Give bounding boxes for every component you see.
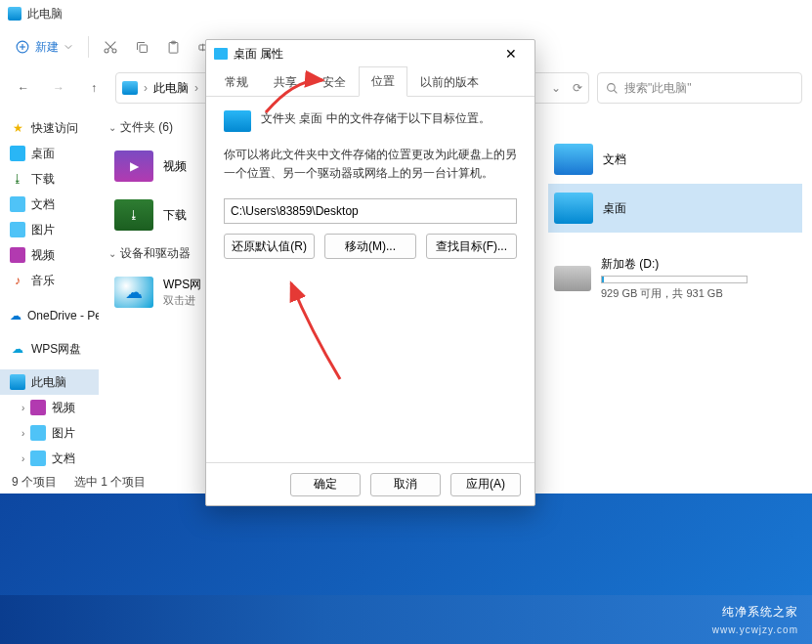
dialog-titlebar[interactable]: 桌面 属性 ✕ [206, 40, 534, 67]
chevron-right-icon: › [194, 81, 198, 95]
find-target-button[interactable]: 查找目标(F)... [426, 234, 517, 259]
refresh-icon[interactable]: ⟳ [573, 81, 582, 95]
close-button[interactable]: ✕ [495, 42, 527, 65]
tab-security[interactable]: 安全 [310, 67, 359, 97]
search-icon [606, 82, 619, 95]
search-box[interactable]: 搜索"此电脑" [597, 72, 802, 104]
chevron-down-icon: ⌄ [108, 122, 116, 133]
watermark: 纯净系统之家 www.ycwjzy.com [712, 604, 798, 636]
taskbar: 纯净系统之家 www.ycwjzy.com [0, 595, 812, 644]
desktop-icon [10, 146, 25, 161]
desktop-background [0, 494, 812, 595]
tab-previous[interactable]: 以前的版本 [407, 67, 491, 97]
pc-icon [122, 81, 138, 95]
sidebar-item-pictures[interactable]: 图片 [0, 217, 99, 242]
sidebar-quick-access[interactable]: ★快速访问 [0, 115, 99, 141]
cut-icon[interactable] [97, 33, 124, 61]
move-button[interactable]: 移动(M)... [324, 234, 415, 259]
status-selected: 选中 1 个项目 [74, 474, 146, 491]
path-input[interactable] [224, 198, 517, 224]
separator [88, 36, 89, 58]
sidebar-item-videos[interactable]: 视频 [0, 242, 99, 268]
breadcrumb-root[interactable]: 此电脑 [153, 80, 189, 97]
copy-icon[interactable] [128, 33, 155, 61]
chevron-down-icon [64, 43, 72, 51]
picture-icon [30, 425, 46, 441]
svg-point-9 [608, 83, 616, 91]
video-icon [30, 400, 46, 415]
chevron-right-icon: › [21, 453, 24, 464]
dialog-title: 桌面 属性 [234, 46, 283, 63]
properties-dialog: 桌面 属性 ✕ 常规 共享 安全 位置 以前的版本 文件夹 桌面 中的文件存储于… [205, 39, 535, 506]
nav-back[interactable]: ← [10, 74, 37, 102]
video-icon [10, 247, 25, 263]
tab-location[interactable]: 位置 [359, 66, 407, 97]
sidebar-onedrive[interactable]: ☁OneDrive - Pers [0, 303, 99, 328]
dialog-line1: 文件夹 桌面 中的文件存储于以下目标位置。 [261, 110, 491, 127]
paste-icon[interactable] [159, 33, 187, 61]
svg-rect-5 [140, 45, 148, 53]
sidebar-pc-pictures[interactable]: ›图片 [0, 420, 99, 446]
chevron-down-icon[interactable]: ⌄ [551, 81, 561, 95]
sidebar-item-downloads[interactable]: ⭳下载 [0, 166, 99, 192]
sidebar-item-desktop[interactable]: 桌面 [0, 141, 99, 166]
folder-documents[interactable]: 文档 [548, 135, 802, 184]
search-placeholder: 搜索"此电脑" [624, 80, 692, 97]
drive-d[interactable]: 新加卷 (D:) 929 GB 可用，共 931 GB [548, 250, 802, 307]
disk-icon [554, 266, 591, 291]
window-titlebar: 此电脑 [0, 0, 812, 27]
dialog-footer: 确定 取消 应用(A) [206, 462, 534, 505]
restore-default-button[interactable]: 还原默认值(R) [224, 234, 315, 259]
download-icon: ⭳ [10, 171, 25, 187]
new-button[interactable]: 新建 [8, 35, 80, 60]
apply-button[interactable]: 应用(A) [450, 473, 521, 496]
desktop-icon [214, 48, 228, 60]
sidebar-wps[interactable]: ☁WPS网盘 [0, 336, 99, 362]
svg-line-10 [614, 90, 617, 93]
video-folder-icon: ▶ [114, 150, 153, 182]
picture-icon [10, 222, 25, 237]
pc-icon [10, 374, 25, 390]
drive-usage-bar [601, 276, 748, 283]
chevron-right-icon: › [21, 403, 24, 413]
chevron-down-icon: ⌄ [108, 248, 116, 259]
nav-up[interactable]: ↑ [80, 74, 107, 102]
desktop-icon [224, 110, 251, 132]
folder-desktop[interactable]: 桌面 [548, 184, 802, 233]
sidebar-pc-documents[interactable]: ›文档 [0, 446, 99, 471]
dialog-tabs: 常规 共享 安全 位置 以前的版本 [206, 67, 534, 97]
cloud-drive-icon: ☁ [114, 277, 153, 308]
cloud-icon: ☁ [10, 308, 21, 323]
sidebar-item-documents[interactable]: 文档 [0, 192, 99, 217]
pc-icon [8, 7, 21, 21]
desktop-folder-icon [554, 193, 593, 224]
window-title: 此电脑 [27, 6, 63, 22]
nav-fwd[interactable]: → [45, 74, 72, 102]
document-icon [30, 451, 46, 466]
document-folder-icon [554, 144, 593, 175]
dialog-body: 文件夹 桌面 中的文件存储于以下目标位置。 你可以将此文件夹中文件存储的位置更改… [206, 97, 534, 462]
sidebar-thispc[interactable]: 此电脑 [0, 369, 99, 395]
music-icon: ♪ [10, 273, 25, 288]
cloud-icon: ☁ [10, 341, 25, 357]
status-items: 9 个项目 [12, 474, 57, 491]
star-icon: ★ [10, 120, 25, 136]
sidebar-pc-videos[interactable]: ›视频 [0, 395, 99, 420]
document-icon [10, 196, 25, 212]
tab-general[interactable]: 常规 [212, 67, 261, 97]
cancel-button[interactable]: 取消 [370, 473, 441, 496]
tab-share[interactable]: 共享 [261, 67, 310, 97]
chevron-right-icon: › [21, 428, 24, 439]
ok-button[interactable]: 确定 [290, 473, 361, 496]
sidebar-item-music[interactable]: ♪音乐 [0, 268, 99, 293]
dialog-line2: 你可以将此文件夹中文件存储的位置更改为此硬盘上的另一个位置、另一个驱动器或网络上… [224, 146, 517, 183]
new-label: 新建 [35, 39, 59, 56]
download-folder-icon: ⭳ [114, 199, 153, 231]
chevron-right-icon: › [144, 81, 148, 95]
